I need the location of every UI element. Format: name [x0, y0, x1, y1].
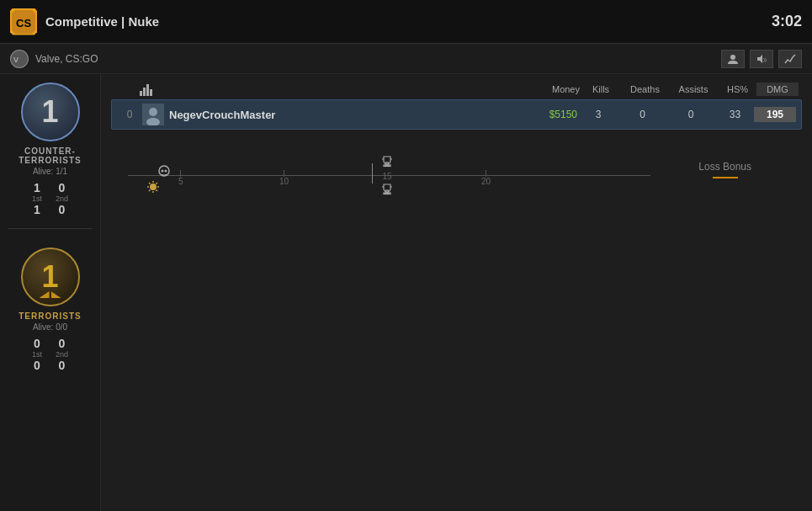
ct-team-scores: 1 1st 1 0 2nd 0: [32, 181, 68, 216]
svg-point-4: [730, 55, 735, 60]
sub-header: V Valve, CS:GO )): [0, 44, 812, 74]
t-team-badge: 1: [21, 248, 80, 306]
ct-score: 1: [41, 97, 58, 127]
ct-second-half: 0 2nd 0: [56, 181, 68, 216]
ct-team-section: 1 COUNTER-TERRORISTS Alive: 1/1 1 1st 1 …: [8, 83, 92, 216]
profile-icon-btn[interactable]: [721, 50, 745, 68]
main-content: 1 COUNTER-TERRORISTS Alive: 1/1 1 1st 1 …: [0, 74, 812, 511]
t-second-half: 0 2nd 0: [56, 337, 68, 372]
timeline-marker-5: 5: [178, 170, 183, 186]
timeline-separator: [372, 163, 373, 184]
trophy-bottom-icon: [380, 183, 394, 196]
player-deaths: 0: [619, 109, 666, 120]
svg-point-16: [150, 184, 157, 190]
t-team-scores: 0 1st 0 0 2nd 0: [32, 337, 68, 372]
sound-icon-btn[interactable]: )): [750, 50, 773, 68]
th-dmg: DMG: [756, 83, 799, 96]
skull-icon: [157, 165, 171, 182]
sub-logo: V: [10, 50, 29, 68]
t-score: 1: [41, 262, 58, 292]
svg-rect-30: [384, 193, 390, 194]
timeline-area: 5 10 15: [111, 150, 802, 217]
header-bar: CS Competitive | Nuke 3:02: [0, 0, 812, 44]
svg-point-11: [162, 170, 164, 173]
svg-rect-14: [165, 174, 167, 176]
t-team-section: 1 TERRORISTS Alive: 0/0 0 1st 0 0 2nd: [8, 248, 92, 372]
svg-marker-5: [757, 55, 762, 63]
svg-line-22: [157, 190, 158, 192]
loss-bonus-dash: [713, 177, 738, 178]
star-icon: [146, 180, 160, 197]
sub-header-icons: )): [721, 50, 802, 68]
player-rank: 0: [117, 109, 142, 120]
player-kills: 3: [577, 109, 619, 120]
player-hs: 33: [716, 109, 754, 120]
player-avatar-inner: [142, 104, 164, 125]
header-left: CS Competitive | Nuke: [10, 8, 159, 35]
ct-team-badge: 1: [21, 83, 80, 141]
loss-bonus-label: Loss Bonus: [698, 161, 751, 173]
svg-rect-13: [162, 174, 163, 176]
team-divider: [8, 228, 92, 229]
cs-logo: CS: [10, 8, 37, 35]
th-assists: Assists: [668, 84, 719, 94]
table-header: Money Kills Deaths Assists HS% DMG: [111, 81, 802, 98]
t-first-half: 0 1st 0: [32, 337, 42, 372]
sub-title: Valve, CS:GO: [35, 53, 98, 65]
player-money: $5150: [518, 109, 577, 120]
th-deaths: Deaths: [622, 84, 668, 94]
ct-first-half: 1 1st 1: [32, 181, 42, 216]
right-content: Money Kills Deaths Assists HS% DMG 0 Neg…: [101, 74, 812, 511]
player-name: NegevCrouchMaster: [169, 109, 518, 121]
player-dmg: 195: [754, 107, 796, 122]
svg-text:CS: CS: [16, 17, 31, 29]
svg-line-21: [149, 183, 151, 184]
stats-bar-icon: [140, 83, 152, 96]
graph-icon-btn[interactable]: [778, 50, 802, 68]
svg-point-8: [149, 108, 157, 116]
th-money: Money: [521, 84, 580, 94]
th-hs: HS%: [719, 84, 756, 94]
svg-point-12: [165, 170, 167, 173]
header-time: 3:02: [772, 13, 802, 30]
player-avatar: [142, 104, 164, 125]
game-title: Competitive | Nuke: [45, 14, 159, 29]
player-row: 0 NegevCrouchMaster $5150 3 0 0 33 195: [111, 99, 802, 130]
svg-rect-26: [384, 165, 390, 167]
loss-bonus: Loss Bonus: [698, 158, 751, 178]
sub-header-left: V Valve, CS:GO: [10, 50, 98, 68]
left-panel: 1 COUNTER-TERRORISTS Alive: 1/1 1 1st 1 …: [0, 74, 101, 511]
th-kills: Kills: [580, 84, 622, 94]
svg-text:)): )): [763, 57, 767, 62]
ct-alive: Alive: 1/1: [33, 167, 67, 176]
timeline-marker-10: 10: [279, 170, 289, 186]
svg-line-24: [149, 190, 151, 192]
svg-line-23: [157, 183, 158, 184]
player-assists: 0: [666, 109, 716, 120]
ct-team-label: COUNTER-TERRORISTS: [19, 146, 81, 165]
svg-text:V: V: [13, 56, 19, 64]
trophy-icons: 15: [380, 155, 394, 196]
timeline-marker-20: 20: [481, 170, 491, 186]
t-alive: Alive: 0/0: [33, 322, 67, 332]
trophy-top-icon: [380, 155, 394, 168]
t-team-label: TERRORISTS: [19, 311, 81, 321]
